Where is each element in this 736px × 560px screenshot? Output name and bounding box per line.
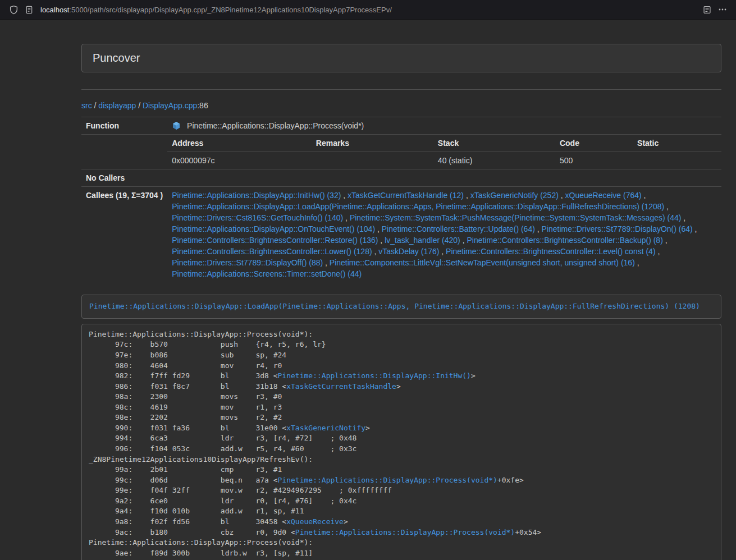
breadcrumb: src / displayapp / DisplayApp.cpp:86 [81,101,721,110]
callee-link[interactable]: Pinetime::Drivers::St7789::DisplayOff() … [172,258,323,267]
callee-link[interactable]: Pinetime::Controllers::BrightnessControl… [172,247,372,256]
callee-link[interactable]: Pinetime::Drivers::Cst816S::GetTouchInfo… [172,213,343,222]
breadcrumb-link[interactable]: DisplayApp.cpp [143,101,197,110]
cell-stack: 40 (static) [433,152,555,169]
callee-link[interactable]: Pinetime::Controllers::BrightnessControl… [172,236,378,245]
code-symbol-link[interactable]: xTaskGenericNotify [286,424,365,432]
breadcrumb-links: src / displayapp / DisplayApp.cpp [81,101,197,110]
function-row: Function Pinetime::Applications::Display… [81,117,721,135]
url-host: localhost [40,6,69,14]
callees-label: Callees (19, Σ=3704 ) [81,187,167,283]
cell-address: 0x0000097c [167,152,312,169]
callee-link[interactable]: xTaskGetCurrentTaskHandle (12) [348,191,464,200]
breadcrumb-separator: / [92,101,99,110]
col-stack: Stack [433,135,555,152]
no-callers-row: No Callers [81,169,721,187]
function-name-cell: Pinetime::Applications::DisplayApp::Proc… [167,117,721,135]
callee-link[interactable]: vTaskDelay (176) [378,247,439,256]
metrics-table: Address Remarks Stack Code Static 0x0000… [167,135,721,169]
function-table: Function Pinetime::Applications::Display… [81,117,721,282]
col-code: Code [555,135,633,152]
cell-code: 500 [555,152,633,169]
callee-link[interactable]: Pinetime::Components::LittleVgl::SetNewT… [330,258,635,267]
col-address: Address [167,135,312,152]
callee-link[interactable]: Pinetime::Controllers::BrightnessControl… [446,247,655,256]
highlighted-symbol-box: Pinetime::Applications::DisplayApp::Load… [81,295,721,319]
col-remarks: Remarks [312,135,433,152]
breadcrumb-suffix: :86 [197,101,208,110]
function-name: Pinetime::Applications::DisplayApp::Proc… [187,121,364,130]
code-symbol-link[interactable]: xQueueReceive [286,517,344,526]
page-title: Puncover [93,52,140,64]
site-identity-icon[interactable] [21,2,37,17]
code-symbol-link[interactable]: xTaskGetCurrentTaskHandle [286,382,396,391]
no-callers-label: No Callers [81,169,167,187]
app-title-panel: Puncover [81,44,721,72]
reader-view-icon[interactable] [699,2,715,17]
metrics-row-label [81,135,167,169]
no-callers-cell [167,169,721,187]
callee-link[interactable]: Pinetime::Drivers::St7789::DisplayOn() (… [542,224,693,233]
code-symbol-link[interactable]: Pinetime::Applications::DisplayApp::Proc… [278,476,497,484]
url-bar[interactable]: localhost:5000/path/src/displayapp/Displ… [40,6,699,14]
divider [81,89,721,90]
metrics-header-row: Address Remarks Stack Code Static [167,135,721,152]
function-row-label: Function [81,117,167,135]
col-static: Static [633,135,721,152]
callee-link[interactable]: Pinetime::Applications::Screens::Timer::… [172,269,362,278]
callees-row: Callees (19, Σ=3704 ) Pinetime::Applicat… [81,187,721,283]
disassembly: Pinetime::Applications::DisplayApp::Proc… [81,324,721,560]
code-symbol-link[interactable]: Pinetime::Applications::DisplayApp::Proc… [295,528,515,536]
callee-link[interactable]: Pinetime::Applications::DisplayApp::OnTo… [172,224,375,233]
breadcrumb-separator: / [136,101,143,110]
page-content: Puncover src / displayapp / DisplayApp.c… [0,20,736,560]
more-menu-icon[interactable] [715,2,730,17]
callee-link[interactable]: Pinetime::Controllers::BrightnessControl… [467,236,662,245]
metrics-row: Address Remarks Stack Code Static 0x0000… [81,135,721,169]
breadcrumb-link[interactable]: displayapp [98,101,136,110]
url-path: :5000/path/src/displayapp/DisplayApp.cpp… [69,6,392,14]
highlighted-symbol-link[interactable]: Pinetime::Applications::DisplayApp::Load… [89,302,700,310]
metrics-cell: Address Remarks Stack Code Static 0x0000… [167,135,721,169]
function-icon [172,121,187,130]
code-symbol-link[interactable]: Pinetime::Applications::DisplayApp::Init… [278,371,471,380]
breadcrumb-link[interactable]: src [81,101,92,110]
callee-link[interactable]: Pinetime::Applications::DisplayApp::Load… [172,202,664,211]
callee-link[interactable]: Pinetime::System::SystemTask::PushMessag… [350,213,682,222]
browser-toolbar: localhost:5000/path/src/displayapp/Displ… [0,0,736,20]
metrics-value-row: 0x0000097c 40 (static) 500 [167,152,721,169]
cell-static [633,152,721,169]
callee-link[interactable]: lv_task_handler (420) [385,236,460,245]
callee-link[interactable]: Pinetime::Applications::DisplayApp::Init… [172,191,341,200]
callee-link[interactable]: xTaskGenericNotify (252) [470,191,559,200]
callee-link[interactable]: xQueueReceive (764) [565,191,642,200]
tracking-shield-icon[interactable] [6,2,21,17]
cell-remarks [312,152,433,169]
callees-list: Pinetime::Applications::DisplayApp::Init… [167,187,721,283]
callee-link[interactable]: Pinetime::Controllers::Battery::Update()… [382,224,535,233]
